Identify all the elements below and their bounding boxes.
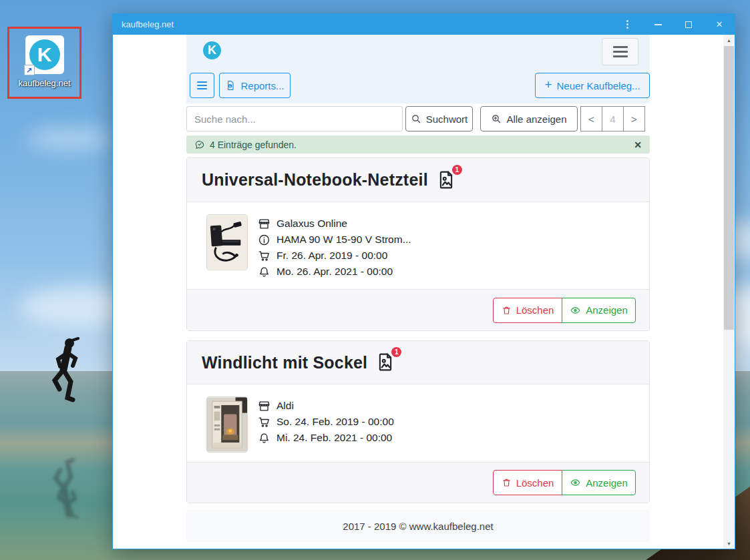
shop-name: Aldi [276, 400, 294, 412]
kebab-menu-icon [626, 19, 628, 30]
eye-icon [570, 477, 581, 488]
close-button[interactable]: ✕ [704, 14, 735, 35]
purchase-date: Fr. 26. Apr. 2019 - 00:00 [276, 250, 387, 262]
window-menu-button[interactable] [612, 14, 642, 35]
scroll-up-button[interactable]: ▲ [723, 35, 735, 45]
purchase-date: So. 24. Feb. 2019 - 00:00 [276, 416, 394, 428]
search-input[interactable] [186, 106, 403, 131]
alert-text: 4 Einträge gefunden. [210, 139, 297, 150]
entry-header: Universal-Notebook-Netzteil 1 [187, 158, 649, 202]
entry-footer: Löschen Anzeigen [187, 462, 649, 503]
app-icon-tile: K ↗ [25, 35, 64, 74]
delete-label: Löschen [516, 477, 554, 489]
view-label: Anzeigen [586, 477, 628, 489]
search-row: Suchwort Alle anzeigen < 4 > [186, 106, 650, 131]
new-kaufbeleg-label: Neuer Kaufbeleg... [557, 80, 640, 91]
brand-logo-icon: K [203, 41, 221, 59]
window-titlebar[interactable]: kaufbeleg.net ✕ [113, 14, 735, 35]
content-container: K Reports... + [186, 35, 650, 542]
view-button[interactable]: Anzeigen [562, 470, 636, 495]
search-button[interactable]: Suchwort [405, 106, 473, 131]
current-page-button[interactable]: 4 [602, 106, 624, 131]
pagination: < 4 > [580, 106, 645, 131]
maximize-icon [685, 21, 692, 28]
entry-details: Galaxus Online HAMA 90 W 15-90 V Strom..… [258, 214, 411, 280]
cloud [27, 127, 114, 151]
show-all-button[interactable]: Alle anzeigen [480, 106, 578, 131]
next-page-button[interactable]: > [623, 106, 645, 131]
vertical-scrollbar[interactable]: ▲ ▼ [723, 35, 735, 549]
photo-count-badge: 1 [391, 347, 401, 357]
info-icon [258, 234, 270, 246]
view-label: Anzeigen [586, 304, 628, 316]
copyright-text: 2017 - 2019 © www.kaufbeleg.net [343, 521, 493, 532]
product-photo [206, 214, 248, 270]
photo-count-badge: 1 [452, 165, 462, 175]
purchase-date-row: So. 24. Feb. 2019 - 00:00 [258, 414, 394, 430]
navbar-toggler-button[interactable] [602, 38, 638, 65]
desktop-shortcut-kaufbeleg[interactable]: K ↗ kaufbeleg.net [7, 27, 81, 99]
search-button-label: Suchwort [426, 113, 468, 125]
minimize-icon [654, 24, 662, 25]
report-icon [225, 80, 236, 91]
bell-icon [258, 432, 270, 445]
hamburger-icon [197, 79, 207, 91]
window-title: kaufbeleg.net [122, 19, 612, 29]
reminder-date-row: Mi. 24. Feb. 2021 - 00:00 [258, 430, 394, 446]
maximize-button[interactable] [673, 14, 704, 35]
eye-icon [570, 305, 581, 316]
new-kaufbeleg-button[interactable]: + Neuer Kaufbeleg... [535, 73, 650, 98]
entry-details: Aldi So. 24. Feb. 2019 - 00:00 [258, 396, 394, 453]
delete-label: Löschen [516, 304, 554, 316]
photos-icon: 1 [436, 169, 457, 192]
menu-button[interactable] [190, 73, 214, 98]
chat-check-icon [194, 139, 205, 150]
prev-page-button[interactable]: < [580, 106, 602, 131]
scrollbar-thumb[interactable] [724, 46, 734, 330]
search-icon [411, 113, 421, 124]
reports-button[interactable]: Reports... [219, 73, 291, 98]
view-button[interactable]: Anzeigen [562, 298, 636, 323]
delete-button[interactable]: Löschen [493, 298, 562, 323]
shortcut-arrow-icon: ↗ [24, 65, 35, 75]
info-row: HAMA 90 W 15-90 V Strom... [258, 232, 411, 248]
trash-icon [502, 477, 512, 488]
toolbar: Reports... + Neuer Kaufbeleg... [190, 73, 650, 98]
storefront-icon [258, 218, 270, 230]
reports-label: Reports... [240, 80, 284, 91]
app-header: K Reports... + [186, 35, 650, 103]
reminder-date-row: Mo. 26. Apr. 2021 - 00:00 [258, 264, 411, 280]
search-plus-icon [491, 113, 502, 124]
scroll-down-button[interactable]: ▼ [723, 538, 735, 549]
entry-body: Aldi So. 24. Feb. 2019 - 00:00 [187, 384, 649, 462]
hamburger-icon [613, 46, 628, 47]
result-alert: 4 Einträge gefunden. ✕ [186, 135, 650, 154]
cart-icon [258, 416, 270, 429]
window-client-area: K Reports... + [113, 35, 735, 549]
product-photo [206, 396, 248, 453]
bell-icon [258, 266, 270, 278]
shop-row: Galaxus Online [258, 216, 411, 232]
jogger-silhouette [41, 335, 95, 435]
show-all-label: Alle anzeigen [506, 113, 566, 125]
photos-icon: 1 [375, 351, 397, 374]
shop-row: Aldi [258, 398, 394, 414]
reminder-date: Mo. 26. Apr. 2021 - 00:00 [276, 266, 393, 278]
app-window: kaufbeleg.net ✕ K [112, 13, 735, 549]
reminder-date: Mi. 24. Feb. 2021 - 00:00 [276, 432, 392, 444]
info-text: HAMA 90 W 15-90 V Strom... [276, 234, 411, 246]
delete-button[interactable]: Löschen [493, 470, 562, 495]
minimize-button[interactable] [642, 14, 673, 35]
storefront-icon [258, 400, 270, 412]
alert-close-icon[interactable]: ✕ [634, 139, 642, 150]
logo-letter: K [37, 43, 52, 66]
shortcut-label: kaufbeleg.net [18, 78, 70, 88]
entry-header: Windlicht mit Sockel 1 [187, 341, 649, 384]
app-footer: 2017 - 2019 © www.kaufbeleg.net [186, 510, 650, 542]
plus-icon: + [544, 77, 552, 92]
purchase-date-row: Fr. 26. Apr. 2019 - 00:00 [258, 248, 411, 264]
entry-footer: Löschen Anzeigen [187, 289, 649, 330]
entry-title: Windlicht mit Sockel [202, 353, 367, 372]
entry-card: Universal-Notebook-Netzteil 1 [186, 158, 650, 331]
close-icon: ✕ [716, 19, 723, 29]
